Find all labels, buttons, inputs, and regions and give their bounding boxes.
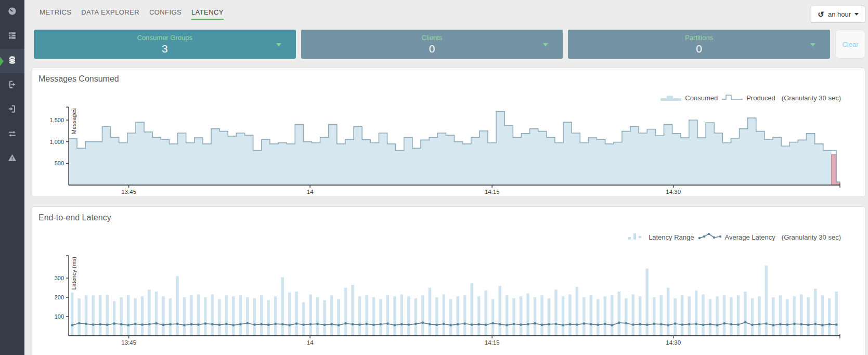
latency-legend: Latency Range Average Latency (Granulari… xyxy=(38,232,841,242)
legend-label: Consumed xyxy=(685,94,718,102)
svg-text:13:45: 13:45 xyxy=(121,339,136,346)
sidebar-item-producers[interactable] xyxy=(0,98,24,122)
filter-label: Consumer Groups xyxy=(137,34,192,42)
partitions-dropdown[interactable]: Partitions 0 xyxy=(568,30,830,59)
time-range-label: an hour xyxy=(828,10,851,18)
svg-text:500: 500 xyxy=(55,160,64,166)
svg-text:300: 300 xyxy=(55,275,64,281)
sidebar-item-brokers[interactable] xyxy=(0,24,24,49)
latency-range-icon xyxy=(627,232,645,242)
produced-line-icon xyxy=(722,94,743,102)
sidebar-item-alerts[interactable] xyxy=(0,147,24,171)
panel-title: Messages Consumed xyxy=(38,74,859,84)
filter-value: 0 xyxy=(429,43,435,55)
svg-text:14:30: 14:30 xyxy=(666,339,681,346)
chevron-down-icon xyxy=(543,43,548,46)
sign-in-icon xyxy=(7,104,17,116)
messages-consumed-panel: Messages Consumed Consumed Produced (Gra… xyxy=(32,68,865,197)
sidebar-item-connect[interactable] xyxy=(0,122,24,147)
legend-consumed[interactable]: Consumed xyxy=(660,94,718,102)
svg-text:14:30: 14:30 xyxy=(666,189,681,195)
svg-text:13:45: 13:45 xyxy=(121,189,136,195)
sign-out-icon xyxy=(7,80,17,91)
legend-label: Latency Range xyxy=(649,233,694,241)
tab-bar: METRICS DATA EXPLORER CONFIGS LATENCY xyxy=(40,6,224,20)
filter-value: 3 xyxy=(162,43,168,55)
sidebar-item-consumers[interactable] xyxy=(0,73,24,98)
messages-legend: Consumed Produced (Granularity 30 sec) xyxy=(38,93,841,103)
svg-text:100: 100 xyxy=(55,313,64,320)
tab-latency[interactable]: LATENCY xyxy=(191,8,224,20)
sidebar xyxy=(0,0,24,355)
average-latency-icon-item[interactable]: Average Latency xyxy=(698,232,775,242)
latency-panel: End-to-end Latency Latency Range Average… xyxy=(32,206,865,355)
granularity-note: (Granularity 30 sec) xyxy=(782,94,841,102)
average-latency-icon xyxy=(698,232,721,242)
tab-data-explorer[interactable]: DATA EXPLORER xyxy=(81,8,139,20)
legend-produced[interactable]: Produced xyxy=(722,94,775,102)
database-icon xyxy=(7,55,17,67)
svg-text:14:15: 14:15 xyxy=(485,339,500,346)
legend-label: Average Latency xyxy=(725,233,775,241)
filter-label: Partitions xyxy=(685,34,713,42)
svg-text:14: 14 xyxy=(307,339,314,346)
history-icon: ↺ xyxy=(818,11,824,18)
chevron-down-icon xyxy=(854,13,859,16)
filter-value: 0 xyxy=(696,43,702,55)
consumed-area-icon xyxy=(660,94,681,102)
clear-button[interactable]: Clear xyxy=(835,30,865,59)
filter-bar: Consumer Groups 3 Clients 0 Partitions 0… xyxy=(32,30,865,59)
sidebar-item-topics[interactable] xyxy=(0,49,24,73)
clients-dropdown[interactable]: Clients 0 xyxy=(301,30,563,59)
gauge-icon xyxy=(7,6,17,18)
chevron-down-icon xyxy=(276,43,281,46)
legend-latency-range[interactable]: Latency Range xyxy=(627,232,694,242)
swap-icon xyxy=(7,128,17,140)
alerts-icon xyxy=(7,153,17,165)
svg-text:200: 200 xyxy=(55,294,64,300)
svg-text:1,000: 1,000 xyxy=(49,139,64,145)
time-range-button[interactable]: ↺ an hour xyxy=(811,6,865,23)
panel-title: End-to-end Latency xyxy=(38,213,859,222)
granularity-note: (Granularity 30 sec) xyxy=(782,233,841,241)
tab-metrics[interactable]: METRICS xyxy=(40,8,71,20)
svg-text:1,500: 1,500 xyxy=(49,117,64,123)
svg-text:Messages: Messages xyxy=(71,108,77,135)
consumer-groups-dropdown[interactable]: Consumer Groups 3 xyxy=(34,30,296,59)
messages-consumed-chart: 5001,0001,50013:451414:1514:30Messages xyxy=(38,103,860,197)
legend-label: Produced xyxy=(746,94,775,102)
chevron-down-icon xyxy=(810,43,815,46)
svg-text:14:15: 14:15 xyxy=(485,189,500,195)
topbar: METRICS DATA EXPLORER CONFIGS LATENCY ↺ … xyxy=(32,0,865,23)
latency-chart: 10020030013:451414:1514:30Latency (ms) xyxy=(38,242,860,352)
tab-configs[interactable]: CONFIGS xyxy=(149,8,182,20)
sidebar-item-dashboard[interactable] xyxy=(0,0,24,24)
brokers-icon xyxy=(7,31,17,43)
svg-text:Latency (ms): Latency (ms) xyxy=(71,257,77,290)
filter-label: Clients xyxy=(422,34,443,42)
svg-text:14: 14 xyxy=(307,189,314,195)
main-content: METRICS DATA EXPLORER CONFIGS LATENCY ↺ … xyxy=(24,0,868,355)
